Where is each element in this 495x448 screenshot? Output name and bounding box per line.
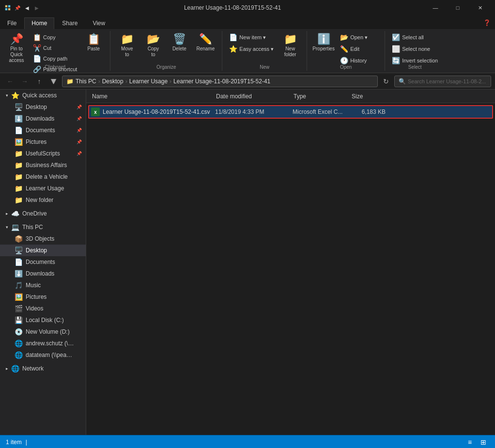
- organize-group-label: Organize: [110, 64, 222, 70]
- sidebar-item-new-volume[interactable]: 💿 New Volume (D:): [0, 326, 86, 338]
- select-none-icon: ⬜: [392, 45, 400, 53]
- col-date[interactable]: Date modified: [216, 93, 294, 100]
- pin-quick-access-icon: 📌: [10, 34, 23, 45]
- move-to-button[interactable]: 📁 Moveto: [114, 32, 139, 65]
- nav-forward-title[interactable]: ▶: [33, 4, 41, 12]
- sidebar-item-datateam[interactable]: 🌐 datateam (\\pearl) (Z:): [0, 349, 86, 361]
- status-right: ≡ ⊞: [464, 437, 489, 447]
- ribbon-help-icon[interactable]: ❓: [480, 16, 493, 29]
- nav-back-title[interactable]: ◀: [23, 4, 31, 12]
- open-button[interactable]: 📂 Open ▾: [337, 32, 381, 43]
- ribbon-group-select: ☑️ Select all ⬜ Select none 🔄 Invert sel…: [385, 31, 445, 71]
- sidebar-item-learner-usage[interactable]: 📁 Learner Usage: [0, 183, 86, 194]
- delete-button[interactable]: 🗑️ Delete: [167, 32, 192, 65]
- invert-selection-icon: 🔄: [392, 57, 400, 64]
- videos-icon: 🎬: [15, 305, 23, 312]
- sidebar-business-affairs-label: Business Affairs: [26, 162, 67, 169]
- new-volume-icon: 💿: [15, 328, 23, 336]
- col-name[interactable]: Name: [90, 93, 216, 100]
- new-item-button[interactable]: 📄 New item ▾: [226, 32, 277, 43]
- svg-rect-2: [5, 8, 7, 10]
- delete-vehicle-icon: 📁: [15, 173, 23, 181]
- file-cell-type: Microsoft Excel C...: [293, 108, 351, 115]
- col-type[interactable]: Type: [294, 93, 352, 100]
- paste-button[interactable]: 📋 Paste: [81, 32, 106, 65]
- sidebar-item-business-affairs[interactable]: 📁 Business Affairs: [0, 159, 86, 171]
- minimize-button[interactable]: —: [424, 0, 447, 15]
- svg-rect-3: [8, 8, 10, 10]
- col-size[interactable]: Size: [352, 93, 390, 100]
- sidebar-item-downloads-thispc[interactable]: ⬇️ Downloads: [0, 268, 86, 279]
- sidebar-item-music[interactable]: 🎵 Music: [0, 279, 86, 291]
- sidebar-item-usefulscripts[interactable]: 📁 UsefulScripts 📌: [0, 148, 86, 159]
- copy-path-button[interactable]: 📄 Copy path: [30, 53, 80, 64]
- properties-button[interactable]: ℹ️ Properties: [311, 32, 336, 65]
- sidebar-item-andrew-schutz[interactable]: 🌐 andrew.schutz (\\Hom: [0, 338, 86, 349]
- sidebar-item-videos[interactable]: 🎬 Videos: [0, 303, 86, 314]
- delete-icon: 🗑️: [173, 34, 186, 45]
- move-to-label: Moveto: [121, 46, 133, 58]
- properties-icon: ℹ️: [317, 34, 330, 45]
- file-cell-date: 11/8/2019 4:33 PM: [215, 108, 293, 115]
- pin-icon[interactable]: 📌: [14, 4, 21, 12]
- invert-selection-label: Invert selection: [402, 58, 438, 63]
- sidebar-item-documents-thispc[interactable]: 📄 Documents: [0, 256, 86, 268]
- ribbon-tabs: File Home Share View ❓: [0, 15, 495, 29]
- details-view-button[interactable]: ≡: [464, 437, 476, 447]
- select-none-button[interactable]: ⬜ Select none: [389, 44, 441, 54]
- tab-share[interactable]: Share: [55, 17, 85, 29]
- status-bar: 1 item | ≡ ⊞: [0, 435, 495, 448]
- maximize-button[interactable]: □: [447, 0, 469, 15]
- sidebar-network[interactable]: ▸ 🌐 Network: [0, 363, 86, 374]
- sidebar-item-documents-qa[interactable]: 📄 Documents 📌: [0, 124, 86, 136]
- select-all-button[interactable]: ☑️ Select all: [389, 32, 441, 43]
- tab-home[interactable]: Home: [24, 17, 54, 29]
- folder-icon: 🖥️: [15, 103, 23, 111]
- tiles-view-button[interactable]: ⊞: [478, 437, 489, 447]
- sidebar-item-new-folder[interactable]: 📁 New folder: [0, 194, 86, 206]
- sidebar-thispc[interactable]: ▾ 💻 This PC: [0, 221, 86, 233]
- sidebar-item-desktop-thispc[interactable]: 🖥️ Desktop: [0, 245, 86, 256]
- copy-to-button[interactable]: 📂 Copyto: [140, 32, 166, 65]
- new-folder-icon: 📁: [284, 34, 297, 45]
- sidebar-item-desktop[interactable]: 🖥️ Desktop 📌: [0, 101, 86, 113]
- cut-label: Cut: [43, 45, 51, 51]
- breadcrumb-current[interactable]: Learner Usage-11-08-2019T15-52-41: [173, 78, 270, 85]
- sidebar-item-downloads-qa[interactable]: ⬇️ Downloads 📌: [0, 113, 86, 124]
- sidebar-quick-access[interactable]: ▾ ⭐ Quick access: [0, 90, 86, 101]
- cut-button[interactable]: ✂️ Cut: [30, 43, 80, 53]
- breadcrumb-learner-usage[interactable]: Learner Usage: [129, 78, 168, 85]
- pictures-thispc-icon: 🖼️: [15, 293, 23, 301]
- sidebar-item-delete-vehicle[interactable]: 📁 Delete a Vehicle: [0, 171, 86, 183]
- svg-rect-0: [5, 5, 7, 7]
- pin-indicator-scripts: 📌: [77, 151, 82, 156]
- sidebar-pictures-thispc-label: Pictures: [26, 294, 46, 300]
- easy-access-button[interactable]: ⭐ Easy access ▾: [226, 44, 277, 54]
- file-row[interactable]: x Learner Usage-11-08-2019T15-52-41.csv …: [88, 105, 493, 119]
- sidebar-item-local-disk[interactable]: 💾 Local Disk (C:): [0, 314, 86, 326]
- copy-button[interactable]: 📋 Copy: [30, 32, 80, 43]
- ribbon-select-btns: ☑️ Select all ⬜ Select none 🔄 Invert sel…: [389, 32, 441, 79]
- tab-file[interactable]: File: [0, 17, 24, 29]
- rename-button[interactable]: ✏️ Rename: [193, 32, 218, 65]
- title-bar-left-icons: 📌 ◀ ▶: [4, 4, 41, 12]
- copy-to-icon: 📂: [147, 34, 160, 45]
- copy-path-icon: 📄: [33, 55, 41, 62]
- window-controls[interactable]: — □ ✕: [424, 0, 491, 15]
- select-group-label: Select: [385, 64, 445, 70]
- edit-button[interactable]: ✏️ Edit: [337, 44, 381, 54]
- new-folder-sidebar-icon: 📁: [15, 196, 23, 204]
- svg-rect-1: [8, 5, 10, 7]
- sidebar-item-3d-objects[interactable]: 📦 3D Objects: [0, 233, 86, 245]
- pin-quick-access-button[interactable]: 📌 Pin to Quickaccess: [4, 32, 29, 65]
- network-icon: 🌐: [11, 365, 19, 372]
- close-button[interactable]: ✕: [469, 0, 491, 15]
- ribbon-group-open: ℹ️ Properties 📂 Open ▾ ✏️ Edit 🕐 History: [307, 31, 385, 71]
- pin-indicator-pic: 📌: [77, 139, 82, 144]
- onedrive-icon: ☁️: [11, 210, 19, 217]
- tab-view[interactable]: View: [85, 17, 112, 29]
- new-folder-button[interactable]: 📁 Newfolder: [278, 32, 303, 65]
- sidebar-item-pictures-qa[interactable]: 🖼️ Pictures 📌: [0, 136, 86, 148]
- sidebar-item-pictures-thispc[interactable]: 🖼️ Pictures: [0, 291, 86, 303]
- sidebar-onedrive[interactable]: ▸ ☁️ OneDrive: [0, 208, 86, 219]
